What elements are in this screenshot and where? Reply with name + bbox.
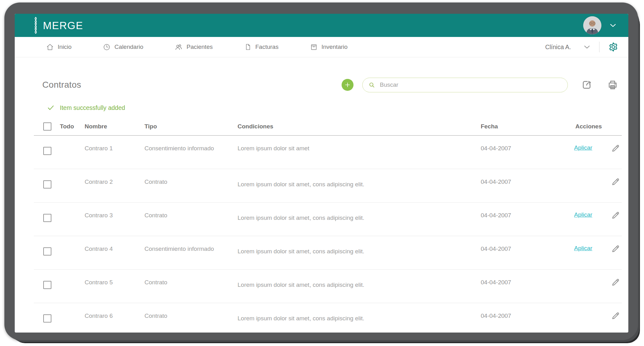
search-box[interactable] [362, 78, 568, 92]
row-checkbox[interactable] [43, 281, 51, 289]
row-checkbox[interactable] [43, 214, 51, 222]
user-menu-chevron-icon[interactable] [608, 21, 618, 30]
contract-conditions: Lorem ipsum dolor sit amet [238, 136, 481, 169]
add-contract-button[interactable] [342, 79, 353, 91]
contract-type: Contrato [144, 169, 238, 202]
export-icon [580, 79, 593, 91]
clinic-selector[interactable]: Clínica A. [545, 42, 592, 52]
nav-item-facturas[interactable]: Facturas [244, 43, 279, 51]
apply-link[interactable]: Aplicar [574, 143, 592, 151]
table-row: Contraro 3 Contrato Lorem ipsum dolor si… [34, 203, 622, 236]
edit-pencil-icon[interactable] [610, 277, 620, 287]
page: MERGE [0, 0, 644, 346]
table-row: Contraro 6 Contrato Lorem ipsum dolor si… [34, 303, 622, 333]
export-button[interactable] [580, 79, 593, 91]
contract-date: 04-04-2007 [481, 169, 562, 202]
clock-icon [103, 43, 111, 51]
contract-type: Contrato [144, 270, 238, 303]
contract-conditions: Lorem ipsum dolor sit amet, cons adipisc… [238, 270, 481, 303]
contract-type: Consentimiento informado [144, 136, 238, 169]
brand: MERGE [32, 17, 83, 34]
user-menu[interactable] [583, 16, 618, 34]
success-message: Item successfully added [47, 104, 622, 112]
contract-date: 04-04-2007 [481, 270, 562, 303]
contract-name: Contraro 1 [85, 136, 144, 169]
edit-pencil-icon[interactable] [610, 143, 620, 153]
divider [599, 42, 599, 52]
contract-conditions: Lorem ipsum dolor sit amet, cons adipisc… [238, 236, 481, 269]
table-header-row: Todo Nombre Tipo Condiciones Fecha Accio… [34, 117, 622, 136]
user-avatar[interactable] [583, 16, 601, 34]
search-input[interactable] [379, 81, 563, 89]
dna-helix-icon [32, 17, 40, 34]
invoice-icon [244, 43, 252, 51]
row-checkbox[interactable] [43, 180, 51, 188]
toolbar-tools [342, 78, 619, 92]
row-checkbox[interactable] [43, 314, 51, 323]
contract-date: 04-04-2007 [481, 136, 562, 169]
contract-name: Contraro 3 [85, 203, 144, 236]
nav-item-pacientes[interactable]: Pacientes [175, 43, 212, 51]
contract-conditions: Lorem ipsum dolor sit amet, cons adipisc… [238, 203, 481, 236]
patients-icon [175, 43, 183, 51]
app-header: MERGE [15, 14, 628, 37]
contract-conditions: Lorem ipsum dolor sit amet, cons adipisc… [238, 169, 481, 202]
contract-name: Contraro 6 [85, 303, 144, 333]
nav-label: Facturas [255, 44, 279, 50]
edit-pencil-icon[interactable] [610, 311, 620, 321]
toolbar: Contratos [34, 77, 622, 92]
contract-name: Contraro 2 [85, 169, 144, 202]
table-row: Contraro 5 Contrato Lorem ipsum dolor si… [34, 270, 622, 303]
col-header-nombre: Nombre [85, 123, 144, 130]
plus-icon [344, 81, 351, 88]
nav-label: Calendario [114, 44, 143, 50]
row-checkbox[interactable] [43, 147, 51, 155]
col-header-acciones: Acciones [562, 123, 622, 130]
col-header-tipo: Tipo [144, 123, 238, 130]
select-all-checkbox[interactable] [43, 122, 51, 131]
contract-conditions: Lorem ipsum dolor sit amet, cons adipisc… [238, 303, 481, 333]
apply-link[interactable]: Aplicar [574, 244, 592, 252]
clinic-chevron-icon [582, 42, 592, 52]
contract-name: Contraro 4 [85, 236, 144, 269]
settings-gear-icon[interactable] [607, 41, 620, 53]
device-frame: MERGE [4, 3, 638, 340]
nav-label: Pacientes [186, 44, 212, 50]
apply-link[interactable]: Aplicar [574, 210, 592, 218]
search-icon [368, 81, 375, 89]
inventory-icon [310, 43, 318, 51]
row-checkbox[interactable] [43, 247, 51, 256]
printer-icon [607, 79, 619, 91]
edit-pencil-icon[interactable] [610, 177, 620, 187]
edit-pencil-icon[interactable] [610, 244, 620, 254]
nav-right: Clínica A. [545, 41, 620, 53]
contract-date: 04-04-2007 [481, 236, 562, 269]
nav-label: Inicio [58, 44, 71, 50]
check-icon [47, 104, 55, 112]
edit-pencil-icon[interactable] [610, 210, 620, 220]
col-header-fecha: Fecha [481, 123, 562, 130]
contracts-table: Todo Nombre Tipo Condiciones Fecha Accio… [34, 117, 622, 333]
nav-bar: Inicio Calendario Pacientes Facturas Inv… [15, 37, 628, 57]
table-row: Contraro 4 Consentimiento informado Lore… [34, 236, 622, 270]
nav-item-calendario[interactable]: Calendario [103, 43, 143, 51]
nav-label: Inventario [322, 44, 348, 50]
contract-date: 04-04-2007 [481, 303, 562, 333]
success-text: Item successfully added [60, 104, 125, 111]
nav-item-inicio[interactable]: Inicio [46, 43, 71, 51]
app-screen: MERGE [15, 14, 628, 333]
contract-type: Consentimiento informado [144, 236, 238, 269]
home-icon [46, 43, 54, 51]
col-header-todo: Todo [60, 123, 74, 130]
brand-name: MERGE [43, 20, 83, 31]
print-button[interactable] [607, 79, 619, 91]
contract-date: 04-04-2007 [481, 203, 562, 236]
main-content: Contratos [15, 77, 628, 333]
page-title: Contratos [42, 80, 81, 90]
contract-type: Contrato [144, 303, 238, 333]
nav-item-inventario[interactable]: Inventario [310, 43, 348, 51]
col-header-condiciones: Condiciones [238, 123, 481, 130]
table-row: Contraro 2 Contrato Lorem ipsum dolor si… [34, 169, 622, 203]
table-row: Contraro 1 Consentimiento informado Lore… [34, 136, 622, 169]
contract-name: Contraro 5 [85, 270, 144, 303]
